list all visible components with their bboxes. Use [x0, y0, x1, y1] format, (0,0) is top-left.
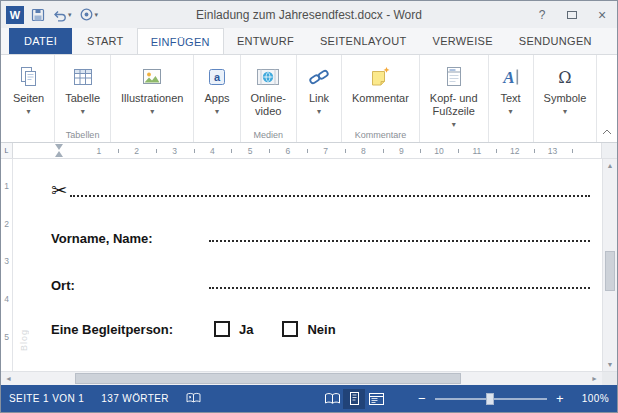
- scroll-down-arrow[interactable]: ▼: [603, 358, 617, 371]
- close-button[interactable]: ×: [587, 1, 617, 28]
- field-label: Ort:: [51, 278, 206, 293]
- svg-text:Ω: Ω: [558, 67, 571, 86]
- first-line-indent-marker[interactable]: [55, 144, 63, 150]
- horizontal-scrollbar[interactable]: ◄ ►: [1, 371, 617, 385]
- checkbox-ja[interactable]: [214, 321, 230, 337]
- ribbon-button-label: video: [255, 105, 281, 118]
- ribbon-group-kommentare: Kommentar Kommentare: [342, 55, 420, 142]
- page-indicator[interactable]: SEITE 1 VON 1: [9, 393, 84, 404]
- save-icon: [31, 8, 45, 22]
- zoom-slider-thumb[interactable]: [486, 393, 494, 405]
- tab-datei[interactable]: DATEI: [9, 28, 72, 54]
- form-field-row: Vorname, Name:: [51, 231, 592, 246]
- ribbon-group-link: Link ▾: [297, 55, 342, 142]
- ribbon-group-label: Tabellen: [66, 127, 100, 142]
- tab-selector[interactable]: L: [1, 143, 13, 158]
- ribbon-button-label: Kopf- und: [430, 92, 478, 105]
- zoom-level-button[interactable]: 100%: [577, 393, 609, 404]
- tab-sendungen[interactable]: SENDUNGEN: [506, 28, 605, 54]
- maximize-button[interactable]: [557, 1, 587, 28]
- table-button[interactable]: Tabelle ▾: [62, 57, 103, 127]
- online-video-button[interactable]: Online- video: [248, 57, 289, 127]
- tab-ueberpruefen[interactable]: ÜBERPRÜFEN: [605, 28, 617, 54]
- document-page[interactable]: ✂ Vorname, Name: Ort: Eine Begleitperson…: [13, 159, 602, 371]
- word-window: Einladung zum Jahresendfest.docx - Word …: [0, 0, 618, 413]
- zoom-slider[interactable]: [435, 392, 547, 406]
- ruler-number: 12: [496, 143, 534, 158]
- title-bar: Einladung zum Jahresendfest.docx - Word …: [1, 1, 617, 28]
- view-shortcuts: [321, 389, 387, 409]
- hanging-indent-marker[interactable]: [55, 151, 63, 157]
- tab-einfuegen[interactable]: EINFÜGEN: [137, 28, 224, 55]
- ribbon-group-medien: Online- video Medien: [241, 55, 297, 142]
- chevron-down-icon: ▾: [215, 107, 219, 116]
- ribbon-group-label: Medien: [253, 127, 283, 142]
- proofing-book-icon: [186, 392, 201, 404]
- chevron-down-icon: ▾: [150, 107, 154, 116]
- word-count[interactable]: 137 WÖRTER: [101, 393, 169, 404]
- companion-row: Eine Begleitperson: Ja Nein: [51, 321, 592, 337]
- tab-entwurf[interactable]: ENTWURF: [224, 28, 307, 54]
- tab-verweise[interactable]: VERWEISE: [420, 28, 506, 54]
- vertical-scrollbar[interactable]: ▲ ▼: [602, 159, 617, 371]
- chevron-down-icon: ▾: [27, 107, 31, 116]
- illustrations-button[interactable]: Illustrationen ▾: [118, 57, 186, 127]
- undo-button[interactable]: ▾: [52, 8, 72, 22]
- tab-start[interactable]: START: [74, 28, 137, 54]
- quick-access-toolbar: W ▾ ▾: [1, 6, 98, 24]
- ribbon-button-label: Online-: [251, 92, 286, 105]
- comment-button[interactable]: Kommentar: [349, 57, 412, 127]
- scroll-up-arrow[interactable]: ▲: [603, 159, 617, 172]
- ribbon-group-apps: a Apps ▾: [194, 55, 240, 142]
- apps-button[interactable]: a Apps ▾: [201, 57, 232, 127]
- vertical-scrollbar-thumb[interactable]: [605, 251, 615, 291]
- text-button[interactable]: A Text ▾: [496, 57, 526, 127]
- link-icon: [307, 61, 331, 92]
- ribbon-group-kopf-fusszeile: Kopf- und Fußzeile ▾: [420, 55, 489, 142]
- checkbox-label: Ja: [239, 322, 253, 337]
- apps-icon: a: [205, 61, 229, 92]
- ribbon-button-label: Apps: [204, 92, 229, 105]
- help-button[interactable]: ?: [527, 1, 557, 28]
- touch-mode-button[interactable]: ▾: [79, 7, 99, 22]
- dotted-line: [70, 195, 590, 197]
- save-button[interactable]: [31, 8, 45, 22]
- proofing-status-button[interactable]: [186, 392, 201, 406]
- scroll-right-arrow[interactable]: ►: [587, 372, 602, 385]
- touch-mode-icon: [79, 7, 94, 22]
- table-icon: [71, 61, 95, 92]
- ruler-number: 7: [307, 143, 345, 158]
- horizontal-scrollbar-thumb[interactable]: [75, 373, 461, 384]
- read-mode-icon: [324, 392, 341, 405]
- checkbox-nein[interactable]: [282, 321, 298, 337]
- ribbon-tab-bar: DATEI START EINFÜGEN ENTWURF SEITENLAYOU…: [1, 28, 617, 55]
- symbols-button[interactable]: Ω Symbole ▾: [541, 57, 590, 127]
- scrollbar-corner: [602, 372, 617, 385]
- scrollbar-top-box[interactable]: [601, 143, 617, 158]
- ruler-number: 1: [80, 143, 118, 158]
- zoom-in-button[interactable]: +: [553, 392, 567, 405]
- read-mode-button[interactable]: [321, 389, 343, 409]
- ribbon-group-label: Kommentare: [355, 127, 407, 142]
- header-footer-icon: [442, 61, 466, 92]
- ruler-number: 2: [1, 205, 12, 243]
- scroll-left-arrow[interactable]: ◄: [1, 372, 16, 385]
- field-label: Vorname, Name:: [51, 231, 206, 246]
- tab-seitenlayout[interactable]: SEITENLAYOUT: [307, 28, 420, 54]
- pages-button[interactable]: Seiten ▾: [10, 57, 47, 127]
- link-button[interactable]: Link ▾: [304, 57, 334, 127]
- ruler-number: 6: [269, 143, 307, 158]
- print-layout-button[interactable]: [343, 389, 365, 409]
- close-icon: ×: [598, 8, 606, 22]
- zoom-out-button[interactable]: −: [415, 392, 429, 405]
- ribbon-group-illustrationen: Illustrationen ▾: [111, 55, 194, 142]
- ribbon-button-label: Seiten: [13, 92, 44, 105]
- ruler-number: 10: [420, 143, 458, 158]
- collapse-ribbon-button[interactable]: [602, 121, 612, 139]
- header-footer-button[interactable]: Kopf- und Fußzeile ▾: [427, 57, 481, 129]
- web-layout-button[interactable]: [365, 389, 387, 409]
- ruler-number: 1: [1, 167, 12, 205]
- ruler-number: 5: [231, 143, 269, 158]
- ruler-number: 9: [382, 143, 420, 158]
- ribbon-group-symbole: Ω Symbole ▾: [534, 55, 598, 142]
